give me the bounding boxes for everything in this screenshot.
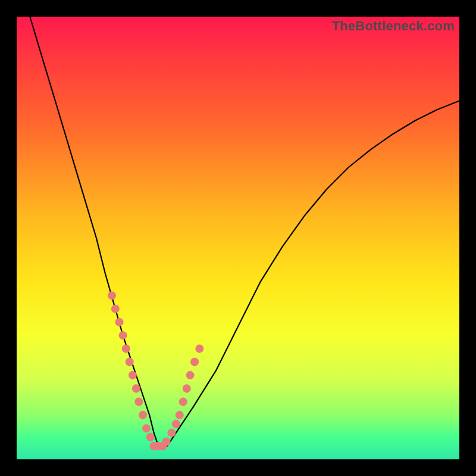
marker-dot [142, 424, 151, 433]
marker-dot [132, 384, 140, 393]
marker-dot [139, 411, 147, 419]
marker-dot [172, 420, 180, 428]
marker-dot [108, 292, 116, 300]
marker-dot [129, 371, 137, 380]
marker-dot [183, 384, 191, 393]
marker-dot [195, 345, 203, 353]
marker-dot [162, 437, 171, 446]
marker-dot [126, 358, 134, 366]
chart-overlay [17, 17, 459, 459]
bottleneck-curve [30, 17, 459, 446]
marker-dot [115, 318, 124, 326]
marker-dot [146, 433, 155, 441]
marker-dot [179, 397, 187, 406]
marker-dot [190, 358, 199, 366]
marker-dot [122, 345, 130, 353]
plot-area: TheBottleneck.com [17, 17, 459, 459]
marker-dot [111, 305, 120, 313]
marker-dot [167, 428, 176, 437]
marker-dot [119, 331, 127, 340]
marker-group [108, 292, 203, 450]
marker-dot [186, 371, 195, 380]
marker-dot [176, 411, 184, 419]
chart-frame: TheBottleneck.com [0, 0, 476, 476]
marker-dot [134, 397, 143, 406]
